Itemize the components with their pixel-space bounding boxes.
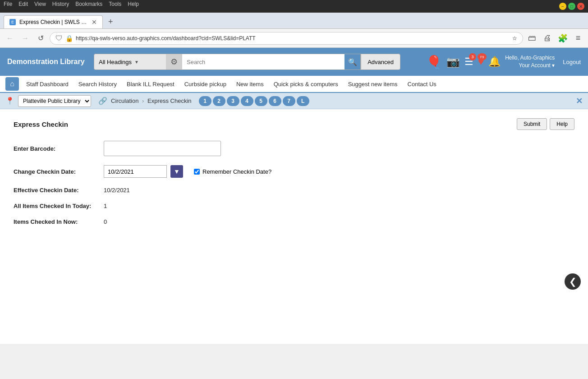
- user-greeting: Hello, Auto-Graphics: [505, 54, 555, 62]
- user-account-label[interactable]: Your Account ▾: [505, 62, 555, 69]
- page-tab[interactable]: 4: [241, 96, 253, 106]
- location-select[interactable]: Platteville Public Library: [18, 95, 91, 107]
- balloon-icon-btn[interactable]: 🎈: [426, 55, 442, 69]
- remember-date-checkbox[interactable]: [194, 169, 200, 175]
- nav-item[interactable]: Suggest new items: [344, 78, 402, 90]
- active-tab[interactable]: E Express Checkin | SWLS | PLATT ✕: [4, 15, 103, 28]
- menu-icon[interactable]: ≡: [572, 32, 584, 45]
- print-icon[interactable]: 🖨: [541, 32, 554, 45]
- app-title: Demonstration Library: [7, 58, 88, 66]
- checkin-date-label: Change Checkin Date:: [14, 168, 104, 175]
- window-controls: − □ ✕: [559, 3, 584, 10]
- items-now-label: Items Checked In Now:: [14, 218, 104, 225]
- heart-badge: F9: [478, 53, 487, 60]
- nav-item[interactable]: New items: [232, 78, 268, 90]
- close-panel-btn[interactable]: ✕: [576, 96, 583, 106]
- barcode-input[interactable]: [104, 141, 221, 156]
- list-icon-btn[interactable]: ☰ 3: [464, 56, 473, 68]
- browser-menu-item[interactable]: Edit: [18, 1, 28, 7]
- effective-date-row: Effective Checkin Date: 10/2/2021: [14, 187, 574, 194]
- tab-close-btn[interactable]: ✕: [92, 18, 97, 26]
- pocket-icon[interactable]: 🗃: [526, 32, 538, 45]
- page-title: Express Checkin: [14, 120, 68, 128]
- items-now-value: 0: [104, 218, 107, 225]
- header-icons: 🎈 📷 ☰ 3 ♥ F9 🔔 Hello, Auto-Graphics Your…: [426, 54, 581, 69]
- browser-menu-item[interactable]: Help: [128, 1, 139, 7]
- filter-icon[interactable]: ⚙: [166, 54, 182, 70]
- checkin-date-input[interactable]: [104, 165, 167, 178]
- user-info: Hello, Auto-Graphics Your Account ▾: [505, 54, 555, 69]
- location-icon: 📍: [5, 97, 14, 105]
- url-bar[interactable]: 🛡 🔒 https://qa-swls-verso.auto-graphics.…: [50, 32, 523, 45]
- bell-icon: 🔔: [488, 56, 501, 68]
- effective-date-value: 10/2/2021: [104, 187, 130, 194]
- list-badge: 3: [469, 53, 476, 60]
- help-button[interactable]: Help: [550, 118, 574, 130]
- barcode-label: Enter Barcode:: [14, 145, 104, 152]
- home-button[interactable]: ⌂: [5, 77, 19, 91]
- breadcrumb-express-checkin[interactable]: Express Checkin: [147, 97, 192, 104]
- new-tab-button[interactable]: +: [105, 15, 117, 28]
- browser-menu-item[interactable]: View: [34, 1, 46, 7]
- page-header-row: Express Checkin Submit Help: [14, 118, 574, 130]
- heading-dropdown[interactable]: All Headings ▼: [94, 54, 166, 70]
- bookmark-icon[interactable]: ☆: [512, 35, 517, 42]
- close-window-btn[interactable]: ✕: [577, 3, 584, 10]
- balloon-icon: 🎈: [426, 55, 442, 69]
- heart-icon-btn[interactable]: ♥ F9: [478, 56, 484, 68]
- search-bar: All Headings ▼ ⚙ 🔍 Advanced: [94, 54, 400, 70]
- page-tab[interactable]: 1: [199, 96, 211, 106]
- tab-favicon: E: [9, 19, 16, 25]
- page-actions: Submit Help: [517, 118, 574, 130]
- submit-button[interactable]: Submit: [517, 118, 547, 130]
- browser-menu-item[interactable]: History: [52, 1, 69, 7]
- page-tab[interactable]: 2: [213, 96, 225, 106]
- checkin-date-row: Change Checkin Date: ▼ Remember Checkin …: [14, 165, 574, 178]
- maximize-btn[interactable]: □: [568, 3, 575, 10]
- chevron-down-icon-account: ▾: [552, 62, 555, 69]
- checkin-date-control: ▼ Remember Checkin Date?: [104, 165, 271, 178]
- nav-item[interactable]: Staff Dashboard: [22, 78, 73, 90]
- breadcrumb-sep: ›: [142, 97, 144, 104]
- app-header: Demonstration Library All Headings ▼ ⚙ 🔍…: [0, 48, 588, 76]
- back-arrow-btn[interactable]: ❮: [565, 273, 581, 290]
- nav-items: Staff DashboardSearch HistoryBlank ILL R…: [22, 78, 441, 90]
- chevron-down-icon: ▼: [134, 60, 139, 65]
- browser-menu-item[interactable]: File: [4, 1, 12, 7]
- page-tab[interactable]: 6: [269, 96, 281, 106]
- page-tab[interactable]: 3: [227, 96, 239, 106]
- heading-dropdown-label: All Headings: [99, 59, 132, 65]
- minimize-btn[interactable]: −: [559, 3, 566, 10]
- calendar-button[interactable]: ▼: [170, 165, 183, 178]
- extension-icon[interactable]: 🧩: [556, 32, 569, 45]
- forward-btn[interactable]: →: [19, 32, 32, 45]
- breadcrumb-circulation[interactable]: Circulation: [111, 97, 138, 104]
- url-text: https://qa-swls-verso.auto-graphics.com/…: [76, 35, 510, 42]
- logout-button[interactable]: Logout: [563, 59, 581, 65]
- browser-menu-item[interactable]: Tools: [109, 1, 121, 7]
- location-bar: 📍 Platteville Public Library 🔗 Circulati…: [0, 93, 588, 109]
- search-input[interactable]: [182, 54, 345, 70]
- back-btn[interactable]: ←: [4, 32, 16, 45]
- nav-item[interactable]: Search History: [74, 78, 121, 90]
- camera-icon-btn[interactable]: 📷: [446, 55, 460, 68]
- page-tab[interactable]: 7: [283, 96, 295, 106]
- nav-item[interactable]: Contact Us: [403, 78, 441, 90]
- remember-date-label: Remember Checkin Date?: [202, 168, 271, 175]
- breadcrumb: Circulation › Express Checkin: [111, 97, 192, 104]
- browser-menu-item[interactable]: Bookmarks: [75, 1, 102, 7]
- advanced-button[interactable]: Advanced: [361, 54, 400, 70]
- camera-icon: 📷: [446, 55, 460, 68]
- bell-icon-btn[interactable]: 🔔: [488, 56, 501, 68]
- search-button[interactable]: 🔍: [345, 54, 361, 70]
- effective-date-label: Effective Checkin Date:: [14, 187, 104, 194]
- nav-item[interactable]: Quick picks & computers: [269, 78, 343, 90]
- main-content: Express Checkin Submit Help Enter Barcod…: [0, 109, 588, 344]
- reload-btn[interactable]: ↺: [34, 32, 47, 45]
- tab-bar: E Express Checkin | SWLS | PLATT ✕ +: [0, 13, 588, 29]
- nav-item[interactable]: Blank ILL Request: [122, 78, 179, 90]
- page-tab[interactable]: 5: [255, 96, 267, 106]
- lock-icon: 🔒: [65, 35, 73, 42]
- nav-item[interactable]: Curbside pickup: [180, 78, 231, 90]
- page-tab[interactable]: L: [297, 96, 309, 106]
